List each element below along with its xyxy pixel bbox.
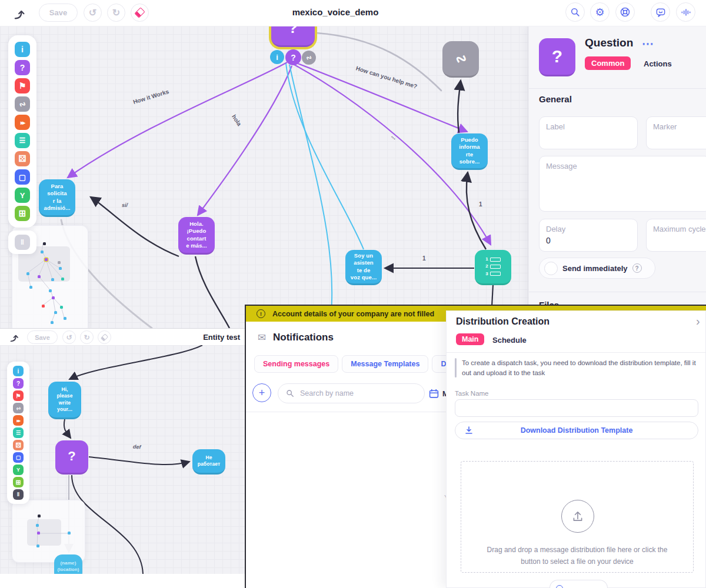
flow-canvas[interactable]: def Hi, please write your... ? Не работа… bbox=[0, 345, 245, 574]
calendar-icon[interactable] bbox=[429, 389, 439, 399]
download-template-label: Download Distribution Template bbox=[521, 426, 633, 435]
marker-field[interactable] bbox=[646, 116, 706, 149]
minimap-node bbox=[54, 311, 57, 314]
flow-title: Entity test bbox=[203, 333, 240, 342]
chat-bubble-icon bbox=[655, 6, 667, 18]
tab-sending-messages[interactable]: Sending messages bbox=[254, 355, 338, 373]
screen-node-icon[interactable]: ▢ bbox=[15, 169, 30, 185]
tab-common[interactable]: Common bbox=[585, 56, 631, 70]
minimap-node bbox=[45, 258, 48, 261]
label-field[interactable] bbox=[539, 116, 638, 149]
list-node-icon[interactable]: ☰ bbox=[15, 133, 30, 148]
tab-actions[interactable]: Actions bbox=[644, 59, 672, 68]
gear-icon: ⚙ bbox=[595, 7, 604, 18]
warning-icon: ! bbox=[257, 309, 265, 318]
node-badge-link[interactable]: ∿ bbox=[302, 51, 316, 65]
minimap[interactable] bbox=[12, 500, 85, 563]
task-name-input[interactable] bbox=[455, 399, 698, 417]
pause-node-icon[interactable]: ‖ bbox=[15, 235, 30, 250]
undo-button[interactable]: ↺ bbox=[62, 330, 76, 344]
node-msg-hola[interactable]: Hola. ¡Puedo contart e más... bbox=[178, 217, 215, 255]
select-file-button-partial[interactable] bbox=[550, 580, 608, 588]
question-node-icon[interactable]: ? bbox=[13, 378, 24, 389]
list-node-icon[interactable]: ☰ bbox=[13, 427, 24, 438]
redo-button[interactable]: ↻ bbox=[80, 330, 94, 344]
add-button[interactable]: + bbox=[252, 383, 271, 402]
support-button[interactable] bbox=[615, 2, 635, 22]
node-msg-hi[interactable]: Hi, please write your... bbox=[48, 382, 81, 419]
dropzone-text-line2: button to select a file on your device bbox=[461, 557, 693, 566]
delay-field[interactable]: Delay 0 bbox=[539, 219, 638, 252]
eraser-button[interactable] bbox=[131, 4, 149, 22]
back-button[interactable] bbox=[12, 5, 28, 21]
random-node-icon[interactable]: ⚄ bbox=[15, 151, 30, 166]
delay-label: Delay bbox=[546, 225, 631, 233]
more-menu-icon[interactable]: ⋯ bbox=[642, 36, 654, 51]
link-node-icon[interactable]: ∿ bbox=[13, 403, 24, 413]
divider bbox=[529, 292, 706, 292]
node-name-location[interactable]: (name) (location) bbox=[54, 554, 82, 574]
toggle-knob[interactable] bbox=[544, 262, 558, 275]
dropzone[interactable]: Drag and drop a message distribution fil… bbox=[461, 461, 694, 573]
tab-schedule[interactable]: Schedule bbox=[492, 336, 527, 345]
chevron-right-icon[interactable]: › bbox=[696, 315, 700, 328]
node-numbered-list[interactable]: 1 2 3 bbox=[475, 250, 511, 285]
chat-button[interactable] bbox=[651, 2, 670, 22]
redo-icon: ↻ bbox=[84, 333, 89, 342]
flag-node-icon[interactable]: ⚑ bbox=[13, 390, 24, 401]
voice-button[interactable] bbox=[676, 2, 695, 22]
undo-icon: ↺ bbox=[66, 333, 72, 342]
save-button[interactable]: Save bbox=[27, 330, 58, 344]
random-node-icon[interactable]: ⚄ bbox=[13, 440, 24, 450]
branch-node-icon[interactable]: Y bbox=[13, 465, 24, 475]
general-section-heading: General bbox=[539, 94, 572, 104]
back-button[interactable] bbox=[8, 330, 21, 343]
redo-button[interactable]: ↻ bbox=[107, 4, 125, 22]
node-question[interactable]: ? bbox=[55, 440, 88, 475]
calculator-node-icon[interactable]: ⊞ bbox=[13, 477, 24, 487]
upload-circle[interactable] bbox=[561, 500, 594, 533]
calculator-node-icon[interactable]: ⊞ bbox=[15, 206, 30, 221]
node-badge-info[interactable]: i bbox=[270, 50, 284, 64]
minimap-node bbox=[49, 289, 52, 292]
eraser-button[interactable] bbox=[98, 330, 111, 344]
node-badge-question[interactable]: ? bbox=[285, 49, 301, 65]
node-link-jump[interactable]: ∿ bbox=[442, 41, 479, 78]
flag-node-icon[interactable]: ⚑ bbox=[15, 78, 30, 93]
skip-node-icon[interactable]: ▸▸ bbox=[13, 415, 24, 426]
save-button[interactable]: Save bbox=[39, 4, 78, 22]
minimap-node bbox=[58, 261, 61, 264]
entity-editor-window: Save ↺ ↻ Entity test def bbox=[0, 328, 245, 588]
info-node-icon[interactable]: i bbox=[13, 366, 24, 376]
link-node-icon[interactable]: ∿ bbox=[15, 96, 30, 112]
back-icon bbox=[12, 5, 28, 21]
screen-node-icon[interactable]: ▢ bbox=[13, 452, 24, 463]
help-icon[interactable]: ? bbox=[632, 263, 642, 273]
node-msg-puedo[interactable]: Puedo informa rte sobre... bbox=[451, 133, 488, 170]
node-msg-para[interactable]: Para solicita r la admisió... bbox=[39, 179, 75, 217]
node-msg-soy[interactable]: Soy un asisten te de voz que... bbox=[345, 250, 382, 285]
node-question-root[interactable]: ? bbox=[271, 26, 315, 47]
undo-button[interactable]: ↺ bbox=[84, 4, 102, 22]
question-node-icon[interactable]: ? bbox=[15, 60, 30, 75]
eraser-icon bbox=[101, 333, 108, 341]
search-button[interactable] bbox=[565, 2, 585, 22]
node-ne-rabotaet[interactable]: Не работает bbox=[192, 449, 225, 475]
message-field[interactable] bbox=[539, 156, 706, 212]
pause-node-icon[interactable]: ‖ bbox=[13, 489, 24, 500]
tab-message-templates[interactable]: Message Templates bbox=[342, 355, 428, 373]
node-palette: i ? ⚑ ∿ ▸▸ ☰ ⚄ ▢ Y ⊞ ‖ bbox=[7, 362, 29, 504]
send-immediately-toggle[interactable]: Send immediately ? bbox=[539, 258, 655, 279]
divider bbox=[246, 412, 453, 412]
skip-node-icon[interactable]: ▸▸ bbox=[15, 115, 30, 130]
search-input[interactable] bbox=[299, 389, 419, 398]
info-node-icon[interactable]: i bbox=[15, 42, 30, 57]
info-note-text: To create a dispatch task, you need to d… bbox=[462, 358, 696, 377]
distribution-title: Distribution Creation bbox=[456, 316, 550, 327]
tab-main[interactable]: Main bbox=[456, 333, 484, 345]
branch-node-icon[interactable]: Y bbox=[15, 188, 30, 203]
download-template-button[interactable]: Download Distribution Template bbox=[455, 422, 698, 439]
max-cycles-field[interactable]: Maximum cycles bbox=[646, 219, 706, 252]
settings-button[interactable]: ⚙ bbox=[590, 2, 610, 22]
divider bbox=[447, 352, 705, 353]
